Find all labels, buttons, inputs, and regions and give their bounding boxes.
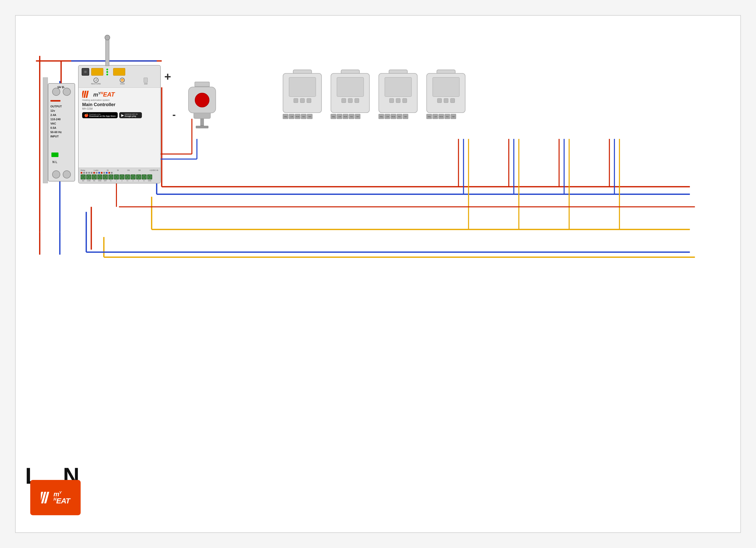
thermo2-t5: ТМП (355, 114, 360, 119)
thermo3-t2: +12В (385, 114, 390, 119)
terminal-bottom-labels: NO COM NC GND DAT V+ 1 2 V+ 1 2 V+ GND (81, 180, 158, 181)
google-play-button[interactable]: ▶ ANDROID APP ON Google play (119, 112, 142, 118)
one-wire-section-label: 1-wire (93, 169, 98, 171)
thermo2-btn-2[interactable] (348, 98, 353, 103)
terminal-10 (131, 174, 136, 179)
thermo4-btn-2[interactable] (444, 98, 448, 103)
ps-spec-hz: 50-60 Hz (50, 130, 62, 134)
thermo1-t5: ТМП (307, 114, 312, 119)
main-controller: ↺ RESTORE 📶 GSM SIM (78, 65, 161, 184)
dot-gray-4 (91, 172, 92, 174)
mc-led-2 (106, 71, 108, 73)
terminal-13 (147, 174, 152, 179)
terminal-6 (108, 174, 113, 179)
mc-led-3 (106, 74, 108, 75)
mc-yellow-display (91, 68, 103, 76)
dot-gray-3 (88, 172, 90, 174)
logo-stripes-icon (41, 491, 51, 504)
thermo3-btn-2[interactable] (396, 98, 400, 103)
power-supply: V+ V- OUTPUT 12v 2.4A 110-240 VAC 0.5A 5… (48, 83, 75, 181)
dot-red-3 (101, 172, 103, 174)
ps-screws-bottom (51, 170, 72, 178)
logo-text-group: mY HEAT (53, 491, 70, 505)
thermo1-terminals: ОБЩ +12В РЕЛЕ РЕЗ ТМП (283, 114, 323, 119)
ps-nl-label: N L (52, 160, 57, 164)
dot-red-1 (81, 172, 82, 174)
thermo4-t4: РЕЗ (445, 114, 450, 119)
thermo2-t3: РЕЛЕ (343, 114, 348, 119)
thermo3-top-bump (389, 70, 407, 74)
terminal-blocks-row (81, 174, 158, 179)
dot-gray-7 (111, 172, 113, 174)
logo-heat-text: HEAT (53, 497, 70, 505)
thermo4-t5: ТМП (451, 114, 456, 119)
thermo3-buttons (379, 98, 417, 103)
di1-section-label: DI (107, 169, 109, 171)
ps-spec-0a5: 0.5A (50, 126, 62, 130)
thermo2-btn-1[interactable] (341, 98, 346, 103)
app-store-text: Download on the Download on the App Stor… (89, 113, 116, 117)
ps-output-label: OUTPUT (50, 104, 62, 109)
tlabel-vplus2: V+ (125, 180, 130, 181)
ps-spec-110: 110-240 (50, 117, 62, 121)
mc-app-buttons: 🍎 Download on the Download on the App St… (82, 112, 157, 118)
thermostat-2: ОБЩ +12В РЕЛЕ РЕЗ ТМП (331, 73, 370, 119)
thermo3-btn-1[interactable] (389, 98, 394, 103)
thermostat-3: ОБЩ +12В РЕЛЕ РЕЗ ТМП (379, 73, 418, 119)
mc-top-panel: ↺ RESTORE 📶 GSM SIM (79, 66, 160, 88)
thermo2-t4: РЕЗ (349, 114, 354, 119)
thermo4-t3: РЕЛЕ (438, 114, 444, 119)
thermo2-body (331, 73, 370, 113)
thermo2-t2: +12В (337, 114, 342, 119)
ps-spec-input: INPUT (50, 134, 62, 139)
thermo4-screen (432, 77, 460, 97)
terminal-1 (81, 174, 86, 179)
antenna-ball (105, 35, 110, 40)
thermostat-1: ОБЩ +12В РЕЛЕ РЕЗ ТМП (283, 73, 323, 119)
plus12-section-label: +12VDC IN (149, 169, 158, 171)
thermo1-btn-3[interactable] (307, 98, 311, 103)
thermo3-screen (385, 77, 412, 97)
thermo4-terminals: ОБЩ +12В РЕЛЕ РЕЗ ТМП (426, 114, 466, 119)
ps-output-specs: OUTPUT 12v 2.4A 110-240 VAC 0.5A 50-60 H… (50, 104, 62, 139)
siren-foot (196, 126, 208, 128)
thermo2-btn-3[interactable] (355, 98, 359, 103)
ps-screw-2 (63, 170, 71, 178)
thermo3-btn-3[interactable] (402, 98, 407, 103)
mc-square-button[interactable] (82, 68, 89, 76)
ps-led-green (51, 153, 58, 157)
thermo1-t2: +12В (289, 114, 294, 119)
thermo1-btn-2[interactable] (300, 98, 305, 103)
mc-model: MH-GSM (82, 107, 157, 110)
dot-red-4 (108, 172, 110, 174)
mc-controls-row (82, 68, 157, 76)
vplus-vminus-label: V+ V- (57, 86, 65, 89)
mc-terminal-section-labels: Relay 1-wire DI DI OK OK +12VDC IN (81, 169, 158, 171)
thermo3-terminals: ОБЩ +12В РЕЛЕ РЕЗ ТМП (379, 114, 418, 119)
diagram-area: V+ V- OUTPUT 12v 2.4A 110-240 VAC 0.5A 5… (15, 15, 741, 533)
mc-gsm-icon: 📶 (120, 78, 125, 83)
mc-sim-item: SIM (144, 78, 148, 85)
thermo4-btn-1[interactable] (437, 98, 442, 103)
thermo1-top-bump (293, 70, 312, 74)
terminal-5 (103, 174, 108, 179)
thermo3-t1: ОБЩ (379, 114, 384, 119)
thermo3-t4: РЕЗ (397, 114, 402, 119)
app-store-label-main: Download on the App Store (89, 115, 116, 117)
thermo4-body (426, 73, 465, 113)
thermo4-btn-3[interactable] (450, 98, 455, 103)
tlabel-1a: 1 (114, 180, 119, 181)
dot-gray-6 (103, 172, 105, 174)
terminal-dots (81, 172, 158, 174)
thermo1-btn-1[interactable] (294, 98, 298, 103)
terminal-3 (92, 174, 97, 179)
android-icon: ▶ (121, 113, 124, 117)
dot-blue-2 (106, 172, 108, 174)
mc-restore-label: RESTORE (91, 83, 101, 85)
dot-red-2 (93, 172, 95, 174)
ps-screw-1 (52, 170, 60, 178)
terminal-9 (125, 174, 130, 179)
app-store-button[interactable]: 🍎 Download on the Download on the App St… (82, 112, 118, 118)
mc-gsm-item: 📶 GSM (120, 78, 125, 85)
dot-gray-1 (83, 172, 85, 174)
